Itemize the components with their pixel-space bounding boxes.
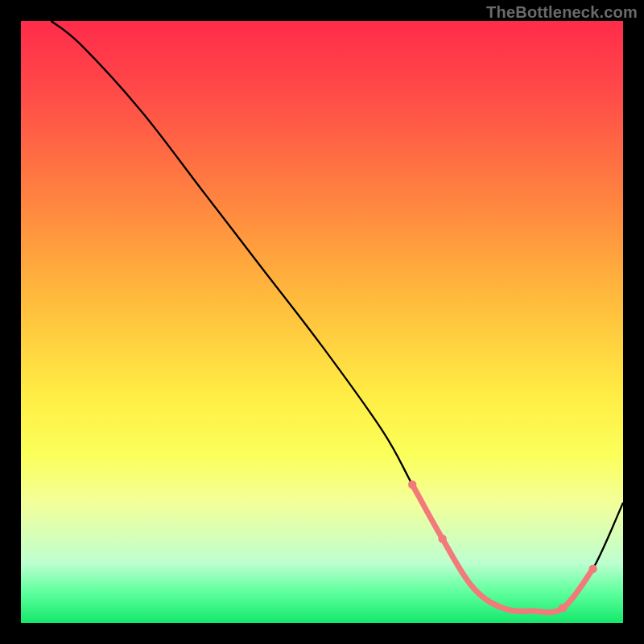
watermark-text: TheBottleneck.com <box>486 3 638 22</box>
plot-area <box>21 21 623 623</box>
highlight-dot <box>559 604 567 612</box>
chart-frame: TheBottleneck.com <box>0 0 644 644</box>
curve-svg <box>21 21 623 623</box>
highlight-dot <box>588 564 597 572</box>
highlight-dots <box>408 481 597 613</box>
highlight-dot <box>408 481 416 489</box>
highlight-dot <box>438 535 446 543</box>
bottleneck-curve <box>51 21 623 613</box>
highlight-segment <box>412 485 592 613</box>
